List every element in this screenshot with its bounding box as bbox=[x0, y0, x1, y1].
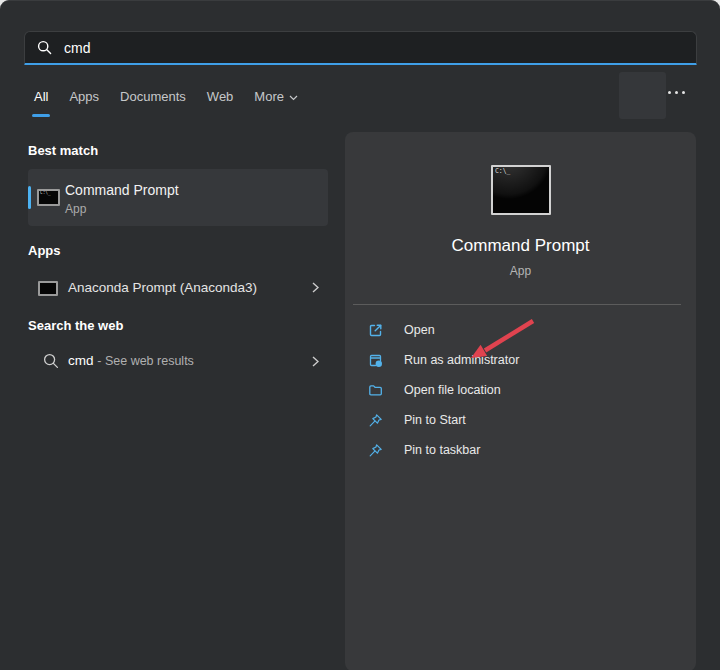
result-type: App bbox=[65, 202, 86, 216]
app-result-anaconda[interactable]: Anaconda Prompt (Anaconda3) bbox=[28, 269, 328, 307]
more-options-button[interactable] bbox=[668, 91, 685, 94]
result-title: Command Prompt bbox=[65, 182, 179, 198]
action-open-file-location[interactable]: Open file location bbox=[345, 375, 696, 405]
search-icon bbox=[37, 40, 52, 55]
web-result-label: cmd - See web results bbox=[68, 353, 194, 368]
tab-documents[interactable]: Documents bbox=[120, 89, 186, 110]
action-list: Open Run as administrator Open file loca… bbox=[345, 315, 696, 465]
pin-icon bbox=[368, 443, 383, 458]
chevron-down-icon bbox=[289, 89, 298, 104]
command-prompt-icon: C:\_ bbox=[37, 189, 60, 206]
tab-web[interactable]: Web bbox=[207, 89, 234, 110]
search-input[interactable] bbox=[62, 39, 684, 57]
search-icon bbox=[43, 353, 59, 373]
tab-more-label: More bbox=[254, 89, 284, 104]
divider bbox=[353, 304, 681, 305]
open-icon bbox=[368, 323, 383, 338]
web-search-result[interactable]: cmd - See web results bbox=[28, 343, 328, 381]
action-label: Pin to taskbar bbox=[404, 443, 480, 457]
ellipsis-icon bbox=[668, 91, 671, 94]
action-label: Open bbox=[404, 323, 435, 337]
action-label: Run as administrator bbox=[404, 353, 519, 367]
web-query: cmd bbox=[68, 353, 94, 368]
tab-all[interactable]: All bbox=[34, 89, 48, 110]
search-bar[interactable] bbox=[24, 31, 697, 65]
tab-apps[interactable]: Apps bbox=[69, 89, 99, 110]
action-open[interactable]: Open bbox=[345, 315, 696, 345]
preview-title: Command Prompt bbox=[345, 236, 696, 256]
preview-panel: C:\_ Command Prompt App Open Run as admi… bbox=[345, 132, 696, 670]
run-as-admin-icon bbox=[368, 353, 383, 368]
action-run-as-administrator[interactable]: Run as administrator bbox=[345, 345, 696, 375]
command-prompt-icon-large: C:\_ bbox=[491, 165, 551, 215]
chevron-right-icon bbox=[312, 353, 319, 371]
toolbar-hover-highlight bbox=[619, 72, 666, 119]
best-match-result[interactable]: C:\_ Command Prompt App bbox=[28, 169, 328, 226]
action-pin-to-taskbar[interactable]: Pin to taskbar bbox=[345, 435, 696, 465]
web-suffix: - See web results bbox=[97, 354, 194, 368]
pin-icon bbox=[368, 413, 383, 428]
filter-tabs: All Apps Documents Web More bbox=[34, 89, 298, 110]
folder-icon bbox=[368, 383, 383, 398]
action-label: Open file location bbox=[404, 383, 501, 397]
action-pin-to-start[interactable]: Pin to Start bbox=[345, 405, 696, 435]
terminal-icon bbox=[38, 281, 58, 296]
app-result-label: Anaconda Prompt (Anaconda3) bbox=[68, 280, 257, 295]
action-label: Pin to Start bbox=[404, 413, 466, 427]
tab-more[interactable]: More bbox=[254, 89, 298, 110]
selection-accent-bar bbox=[28, 186, 31, 209]
search-web-header: Search the web bbox=[28, 318, 123, 333]
preview-type: App bbox=[345, 264, 696, 278]
apps-header: Apps bbox=[28, 243, 61, 258]
chevron-right-icon bbox=[312, 279, 319, 297]
search-flyout-window: All Apps Documents Web More Best match C… bbox=[0, 0, 720, 670]
best-match-header: Best match bbox=[28, 143, 98, 158]
